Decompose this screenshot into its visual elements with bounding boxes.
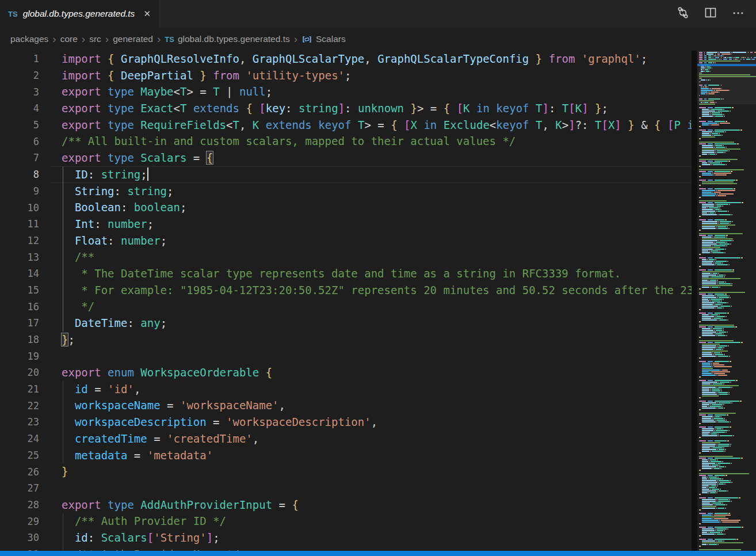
code-row-23: 23 workspaceDescription = 'workspaceDesc… — [0, 414, 756, 431]
breadcrumb: packages›core›src›generated›TSglobal.db.… — [0, 28, 756, 51]
code-line[interactable]: workspaceDescription = 'workspaceDescrip… — [51, 414, 756, 431]
compare-changes-icon — [677, 6, 689, 21]
more-actions-button[interactable] — [728, 4, 748, 24]
code-line[interactable]: export type Scalars = { — [51, 150, 756, 166]
breadcrumb-label: generated — [113, 34, 153, 44]
code-line[interactable]: import { DeepPartial } from 'utility-typ… — [51, 67, 756, 84]
line-number: 29 — [0, 516, 51, 527]
line-number: 15 — [0, 284, 51, 296]
code-line[interactable]: String: string; — [51, 183, 756, 200]
code-line[interactable]: } — [51, 463, 756, 480]
breadcrumb-label: global.db.types.generated.ts — [178, 34, 290, 44]
code-row-26: 26} — [0, 463, 756, 480]
code-row-4: 4export type Exact<T extends { [key: str… — [0, 100, 756, 117]
compare-changes-button[interactable] — [673, 4, 693, 24]
breadcrumb-separator-icon: › — [157, 33, 161, 44]
breadcrumb-label: Scalars — [316, 34, 346, 44]
code-row-20: 20export enum WorkspaceOrderable { — [0, 364, 756, 381]
symbol-variable-icon — [301, 34, 312, 45]
breadcrumb-separator-icon: › — [82, 33, 85, 44]
code-line[interactable]: metadata = 'metadata' — [51, 447, 756, 464]
code-line[interactable]: export type Exact<T extends { [key: stri… — [51, 100, 756, 117]
breadcrumb-item-core[interactable]: core — [60, 34, 78, 44]
code-row-16: 16 */ — [0, 298, 756, 315]
code-row-28: 28export type AddAuthProviderInput = { — [0, 497, 756, 513]
code-line[interactable]: id: Scalars['String']; — [51, 530, 756, 546]
line-number: 12 — [0, 235, 51, 246]
code-row-15: 15 * For example: "1985-04-12T23:20:50.5… — [0, 282, 756, 299]
code-row-11: 11 Int: number; — [0, 216, 756, 233]
code-row-13: 13 /** — [0, 249, 756, 265]
breadcrumb-item-generated[interactable]: generated — [113, 34, 153, 44]
code-line[interactable]: /** Auth Provider ID */ — [51, 513, 756, 530]
code-row-25: 25 metadata = 'metadata' — [0, 447, 756, 464]
code-line[interactable]: */ — [51, 298, 756, 315]
tab-global-db-types[interactable]: TS global.db.types.generated.ts ✕ — [0, 0, 159, 28]
code-line[interactable]: Int: number; — [51, 216, 756, 233]
breadcrumb-item-packages[interactable]: packages — [10, 34, 48, 44]
minimap-viewport-slider[interactable] — [697, 51, 756, 104]
line-number: 19 — [0, 351, 51, 362]
code-row-17: 17 DateTime: any; — [0, 315, 756, 332]
code-line[interactable]: }; — [51, 332, 756, 348]
line-number: 7 — [0, 152, 51, 163]
line-number: 16 — [0, 301, 51, 313]
code-line[interactable]: DateTime: any; — [51, 315, 756, 332]
typescript-file-icon: TS — [165, 35, 174, 44]
line-number: 9 — [0, 185, 51, 197]
code-line[interactable]: * For example: "1985-04-12T23:20:50.52Z"… — [51, 282, 756, 299]
code-row-7: 7export type Scalars = { — [0, 150, 756, 166]
line-number: 13 — [0, 252, 51, 263]
breadcrumb-item-src[interactable]: src — [89, 34, 101, 44]
split-editor-button[interactable] — [701, 4, 720, 24]
code-row-1: 1import { GraphQLResolveInfo, GraphQLSca… — [0, 51, 756, 67]
code-line[interactable]: * The DateTime scalar type represents da… — [51, 265, 756, 282]
scrollbar-track[interactable] — [692, 51, 697, 556]
code-row-24: 24 createdTime = 'createdTime', — [0, 431, 756, 447]
line-number: 27 — [0, 482, 51, 494]
line-number: 20 — [0, 367, 51, 378]
line-number: 18 — [0, 334, 51, 345]
breadcrumb-separator-icon: › — [294, 33, 297, 44]
code-line[interactable]: workspaceName = 'workspaceName', — [51, 397, 756, 414]
breadcrumb-separator-icon: › — [105, 33, 109, 44]
close-tab-icon[interactable]: ✕ — [143, 9, 151, 19]
code-line[interactable] — [51, 480, 756, 497]
status-bar — [0, 551, 756, 556]
tab-title: global.db.types.generated.ts — [23, 9, 135, 19]
code-line[interactable]: export type RequireFields<T, K extends k… — [51, 117, 756, 134]
code-line[interactable]: export type AddAuthProviderInput = { — [51, 497, 756, 513]
breadcrumb-item-global-db-types-generated-ts[interactable]: TSglobal.db.types.generated.ts — [165, 34, 289, 44]
minimap[interactable] — [692, 51, 756, 556]
editor-actions — [673, 0, 756, 28]
line-number: 6 — [0, 136, 51, 147]
code-line[interactable]: Float: number; — [51, 233, 756, 249]
code-row-10: 10 Boolean: boolean; — [0, 199, 756, 216]
code-row-9: 9 String: string; — [0, 183, 756, 200]
code-line[interactable]: export enum WorkspaceOrderable { — [51, 364, 756, 381]
code-line[interactable]: ID: string; — [51, 166, 756, 183]
code-row-3: 3export type Maybe<T> = T | null; — [0, 83, 756, 100]
code-line[interactable]: createdTime = 'createdTime', — [51, 431, 756, 447]
line-number: 3 — [0, 86, 51, 98]
line-number: 25 — [0, 450, 51, 461]
code-line[interactable]: Boolean: boolean; — [51, 199, 756, 216]
line-number: 14 — [0, 268, 51, 279]
code-line[interactable]: /** All built-in and custom scalars, map… — [51, 133, 756, 150]
code-row-19: 19 — [0, 348, 756, 364]
code-line[interactable]: import { GraphQLResolveInfo, GraphQLScal… — [51, 51, 756, 67]
line-number: 10 — [0, 202, 51, 214]
code-editor[interactable]: 1import { GraphQLResolveInfo, GraphQLSca… — [0, 51, 756, 556]
code-line[interactable]: id = 'id', — [51, 381, 756, 398]
line-number: 5 — [0, 119, 51, 131]
code-row-30: 30 id: Scalars['String']; — [0, 530, 756, 546]
code-row-14: 14 * The DateTime scalar type represents… — [0, 265, 756, 282]
typescript-file-icon: TS — [8, 10, 18, 18]
breadcrumb-label: packages — [10, 34, 48, 44]
code-line[interactable] — [51, 348, 756, 364]
code-line[interactable]: export type Maybe<T> = T | null; — [51, 83, 756, 100]
breadcrumb-item-scalars[interactable]: Scalars — [301, 34, 346, 45]
minimap-content — [697, 51, 756, 556]
split-editor-icon — [704, 6, 717, 21]
code-line[interactable]: /** — [51, 249, 756, 265]
